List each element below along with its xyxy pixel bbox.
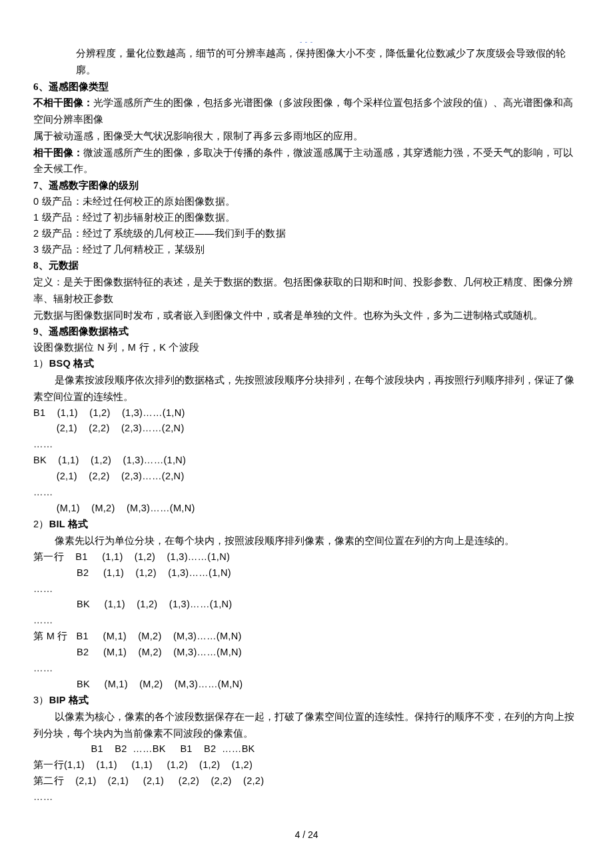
subheading-bsq: 1）BSQ 格式: [33, 356, 580, 372]
data-row: (2,1) (2,2) (2,3)……(2,N): [33, 469, 580, 485]
data-row: BK (1,1) (1,2) (1,3)……(1,N): [33, 453, 580, 469]
data-row: ……: [33, 437, 580, 453]
data-row: (2,1) (2,2) (2,3)……(2,N): [33, 421, 580, 437]
data-row: ……: [33, 613, 580, 629]
paragraph: 是像素按波段顺序依次排列的数据格式，先按照波段顺序分块排列，在每个波段块内，再按…: [33, 372, 580, 405]
section-heading-6: 6、遥感图像类型: [33, 79, 580, 95]
definition: 光学遥感所产生的图像，包括多光谱图像（多波段图像，每个采样位置包括多个波段的值）…: [33, 97, 573, 125]
format-name: BSQ 格式: [49, 358, 94, 369]
paragraph: 像素先以行为单位分块，在每个块内，按照波段顺序排列像素，像素的空间位置在列的方向…: [33, 533, 580, 549]
subheading-bil: 2）BIL 格式: [33, 517, 580, 533]
data-row: B2 (1,1) (1,2) (1,3)……(1,N): [33, 565, 580, 581]
data-row: ……: [33, 661, 580, 677]
format-name: BIL 格式: [49, 519, 89, 529]
data-row: 第二行 (2,1) (2,1) (2,1) (2,2) (2,2) (2,2): [33, 773, 580, 789]
heading-text: 8、元数据: [33, 260, 79, 271]
data-row: B2 (M,1) (M,2) (M,3)……(M,N): [33, 645, 580, 661]
data-row: (M,1) (M,2) (M,3)……(M,N): [33, 501, 580, 517]
header-link: - - -: [300, 37, 313, 48]
paragraph: 1 级产品：经过了初步辐射校正的图像数据。: [33, 210, 580, 226]
page-footer: 4 / 24: [295, 827, 318, 843]
section-heading-9: 9、遥感图像数据格式: [33, 323, 580, 340]
section-heading-8: 8、元数据: [33, 257, 580, 274]
paragraph: 0 级产品：未经过任何校正的原始图像数据。: [33, 194, 580, 210]
definition: 微波遥感所产生的图像，多取决于传播的条件，微波遥感属于主动遥感，其穿透能力强，不…: [33, 147, 573, 175]
data-row: BK (M,1) (M,2) (M,3)……(M,N): [33, 677, 580, 693]
list-marker: 1）: [33, 358, 49, 369]
text: 以像素为核心，像素的各个波段数据保存在一起，打破了像素空间位置的连续性。保持行的…: [33, 711, 574, 739]
data-row: ……: [33, 581, 580, 597]
data-row: B1 B2 ……BK B1 B2 ……BK: [33, 741, 580, 757]
data-row: BK (1,1) (1,2) (1,3)……(1,N): [33, 597, 580, 613]
paragraph: 属于被动遥感，图像受大气状况影响很大，限制了再多云多雨地区的应用。: [33, 128, 580, 145]
data-row: B1 (1,1) (1,2) (1,3)……(1,N): [33, 405, 580, 421]
list-marker: 2）: [33, 519, 49, 529]
data-row: ……: [33, 485, 580, 501]
text: 是像素按波段顺序依次排列的数据格式，先按照波段顺序分块排列，在每个波段块内，再按…: [33, 375, 574, 402]
paragraph: 3 级产品：经过了几何精校正，某级别: [33, 242, 580, 258]
subheading-bip: 3）BIP 格式: [33, 693, 580, 709]
data-row: 第 M 行 B1 (M,1) (M,2) (M,3)……(M,N): [33, 629, 580, 645]
heading-text: 9、遥感图像数据格式: [33, 326, 129, 337]
document-body: 分辨程度，量化位数越高，细节的可分辨率越高，保持图像大小不变，降低量化位数减少了…: [33, 45, 580, 805]
paragraph: 设图像数据位 N 列，M 行，K 个波段: [33, 340, 580, 356]
paragraph: 相干图像：微波遥感所产生的图像，多取决于传播的条件，微波遥感属于主动遥感，其穿透…: [33, 145, 580, 178]
term: 相干图像：: [33, 147, 83, 158]
paragraph: 2 级产品：经过了系统级的几何校正——我们到手的数据: [33, 226, 580, 242]
paragraph: 分辨程度，量化位数越高，细节的可分辨率越高，保持图像大小不变，降低量化位数减少了…: [33, 45, 580, 79]
format-name: BIP 格式: [49, 695, 89, 705]
term: 不相干图像：: [33, 97, 93, 108]
paragraph: 以像素为核心，像素的各个波段数据保存在一起，打破了像素空间位置的连续性。保持行的…: [33, 709, 580, 742]
text: 像素先以行为单位分块，在每个块内，按照波段顺序排列像素，像素的空间位置在列的方向…: [55, 535, 514, 546]
data-row: ……: [33, 789, 580, 805]
list-marker: 3）: [33, 695, 49, 705]
section-heading-7: 7、遥感数字图像的级别: [33, 177, 580, 194]
paragraph: 元数据与图像数据同时发布，或者嵌入到图像文件中，或者是单独的文件。也称为头文件，…: [33, 307, 580, 324]
paragraph: 定义：是关于图像数据特征的表述，是关于数据的数据。包括图像获取的日期和时间、投影…: [33, 274, 580, 307]
heading-text: 6、遥感图像类型: [33, 81, 109, 92]
data-row: 第一行 B1 (1,1) (1,2) (1,3)……(1,N): [33, 549, 580, 565]
heading-text: 7、遥感数字图像的级别: [33, 180, 139, 191]
paragraph: 不相干图像：光学遥感所产生的图像，包括多光谱图像（多波段图像，每个采样位置包括多…: [33, 95, 580, 128]
data-row: 第一行(1,1) (1,1) (1,1) (1,2) (1,2) (1,2): [33, 757, 580, 773]
